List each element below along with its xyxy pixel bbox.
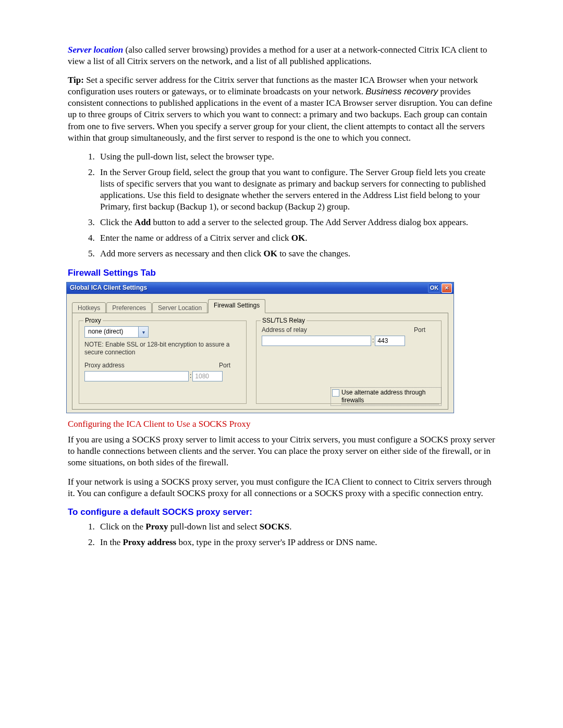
heading-configuring-socks: Configuring the ICA Client to Use a SOCK…: [68, 418, 495, 430]
window-body: Hotkeys Preferences Server Location Fire…: [67, 294, 454, 413]
list-item: Add more servers as necessary and then c…: [97, 248, 495, 260]
list-item: Enter the name or address of a Citrix se…: [97, 232, 495, 244]
text: Enter the name or address of a Citrix se…: [100, 233, 291, 243]
text-bold: Proxy address: [123, 537, 176, 547]
text: Add more servers as necessary and then c…: [100, 249, 263, 258]
list-item: Click on the Proxy pull-down list and se…: [97, 521, 495, 533]
text-bold: Proxy: [145, 522, 168, 532]
relay-port-label: Port: [414, 326, 425, 335]
term-business-recovery: Business recovery: [365, 87, 438, 96]
text-bold: OK: [291, 233, 305, 243]
paragraph-socks-2: If your network is using a SOCKS proxy s…: [68, 476, 495, 499]
tab-panel-firewall: Proxy none (direct) ▾ NOTE: Enable SSL o…: [72, 313, 448, 410]
text: In the: [100, 537, 123, 547]
port-separator: :: [371, 337, 375, 345]
proxy-port-input[interactable]: [192, 371, 223, 381]
ssl-legend: SSL/TLS Relay: [261, 317, 307, 325]
heading-firewall-settings-tab: Firewall Settings Tab: [68, 267, 495, 279]
list-item: Using the pull-down list, select the bro…: [97, 151, 495, 163]
tip-label: Tip:: [68, 75, 84, 85]
text: Click the: [100, 217, 134, 227]
chevron-down-icon[interactable]: ▾: [139, 327, 148, 337]
text: box, type in the proxy server's IP addre…: [176, 537, 377, 547]
text: pull-down list and select: [168, 522, 259, 532]
term-server-location: Server location: [68, 45, 123, 55]
paragraph-socks-1: If you are using a SOCKS proxy server to…: [68, 434, 495, 468]
steps-list-a: Using the pull-down list, select the bro…: [68, 151, 495, 260]
text: Click on the: [100, 522, 145, 532]
text: button to add a server to the selected g…: [151, 217, 468, 227]
alternate-address-checkbox[interactable]: [332, 389, 339, 397]
proxy-type-value: none (direct): [85, 327, 139, 337]
heading-configure-default-socks: To configure a default SOCKS proxy serve…: [68, 507, 495, 518]
titlebar-ok-button[interactable]: OK: [428, 283, 440, 293]
text: (also called server browsing) provides a…: [68, 45, 487, 66]
text: to save the changes.: [277, 249, 350, 258]
steps-list-socks: Click on the Proxy pull-down list and se…: [68, 521, 495, 548]
text-bold: Add: [134, 217, 151, 227]
list-item: In the Proxy address box, type in the pr…: [97, 537, 495, 548]
text: .: [289, 522, 291, 532]
global-ica-client-settings-window: Global ICA Client Settings OK × Hotkeys …: [66, 282, 454, 414]
text-bold: SOCKS: [260, 522, 290, 532]
titlebar[interactable]: Global ICA Client Settings OK ×: [67, 282, 454, 294]
relay-address-label: Address of relay: [262, 326, 307, 335]
alternate-address-checkbox-group[interactable]: Use alternate address through firewalls: [331, 387, 442, 406]
window-title: Global ICA Client Settings: [70, 284, 147, 292]
proxy-address-label: Proxy address: [84, 362, 125, 370]
alternate-address-label: Use alternate address through firewalls: [341, 389, 439, 404]
tabstrip: Hotkeys Preferences Server Location Fire…: [72, 299, 448, 314]
proxy-fieldset: Proxy none (direct) ▾ NOTE: Enable SSL o…: [79, 320, 247, 404]
port-separator: :: [189, 372, 192, 380]
tab-firewall-settings[interactable]: Firewall Settings: [208, 299, 265, 314]
relay-port-input[interactable]: [375, 336, 405, 346]
proxy-address-input[interactable]: [84, 371, 189, 381]
paragraph-tip: Tip: Set a specific server address for t…: [68, 75, 495, 144]
page-content: Server location (also called server brow…: [68, 0, 495, 576]
proxy-port-label: Port: [219, 362, 230, 370]
text-bold: OK: [263, 249, 277, 258]
list-item: Click the Add button to add a server to …: [97, 217, 495, 228]
relay-address-input[interactable]: [262, 336, 371, 346]
proxy-note: NOTE: Enable SSL or 128-bit encryption t…: [84, 341, 241, 356]
proxy-legend: Proxy: [83, 317, 103, 325]
text: .: [305, 233, 307, 243]
proxy-type-combo[interactable]: none (direct) ▾: [84, 326, 149, 338]
close-icon[interactable]: ×: [442, 283, 452, 293]
list-item: In the Server Group field, select the gr…: [97, 167, 495, 213]
paragraph-server-location: Server location (also called server brow…: [68, 44, 495, 67]
